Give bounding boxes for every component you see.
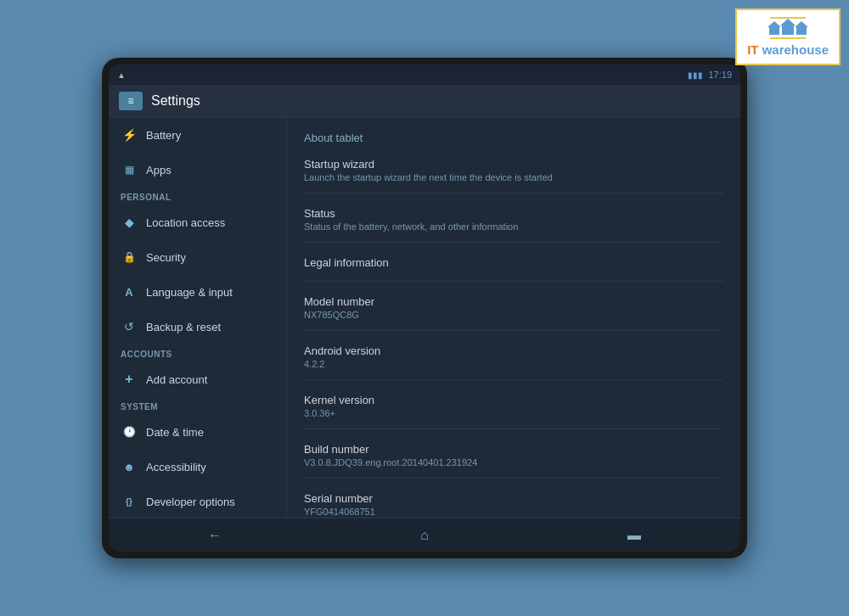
sidebar-label-developer: Developer options <box>146 496 235 508</box>
recents-icon: ▬ <box>627 528 641 543</box>
battery-menu-icon: ⚡ <box>121 126 138 143</box>
wifi-icon: ▲ <box>117 70 126 80</box>
section-header-accounts: ACCOUNTS <box>109 344 286 362</box>
info-label-android: Android version <box>304 344 723 357</box>
info-status[interactable]: Status Status of the battery, network, a… <box>304 207 723 243</box>
it-warehouse-logo: IT warehouse <box>735 8 841 65</box>
sidebar-label-backup: Backup & reset <box>146 321 221 333</box>
developer-icon: {} <box>121 493 138 510</box>
status-right: ▮▮▮ 17:19 <box>688 70 732 80</box>
sidebar-item-accessibility[interactable]: ☻ Accessibility <box>109 450 286 484</box>
info-label-model: Model number <box>304 295 723 308</box>
recents-button[interactable]: ▬ <box>610 521 658 550</box>
info-label-build: Build number <box>304 443 723 456</box>
main-content: ⚡ Battery ▦ Apps PERSONAL ◆ Location acc… <box>109 118 740 518</box>
info-desc-startup: Launch the startup wizard the next time … <box>304 172 723 182</box>
sidebar-label-battery: Battery <box>146 129 181 142</box>
settings-title: Settings <box>151 93 200 109</box>
house-icon-1 <box>769 26 779 35</box>
house-icon-3 <box>796 26 807 35</box>
logo-icon-row <box>769 17 807 39</box>
date-time-icon: 🕐 <box>121 423 138 440</box>
sidebar-item-security[interactable]: 🔒 Security <box>109 240 286 275</box>
tablet-frame: ▲ ▮▮▮ 17:19 ≡ Settings ⚡ Battery <box>102 58 747 558</box>
time-display: 17:19 <box>708 70 732 80</box>
info-kernel: Kernel version 3.0.36+ <box>304 394 723 429</box>
sidebar-item-language[interactable]: A Language & input <box>109 275 286 310</box>
right-panel: About tablet Startup wizard Launch the s… <box>287 118 740 518</box>
status-bar: ▲ ▮▮▮ 17:19 <box>109 64 740 85</box>
info-desc-serial: YFG0414068751 <box>304 507 723 517</box>
house-icon-2 <box>782 25 794 35</box>
sidebar-item-add-account[interactable]: + Add account <box>109 362 286 397</box>
settings-header: ≡ Settings <box>109 85 740 118</box>
battery-icon: ▮▮▮ <box>688 70 703 80</box>
back-icon: ← <box>208 528 222 543</box>
info-desc-kernel: 3.0.36+ <box>304 408 723 418</box>
status-left: ▲ <box>117 70 126 80</box>
sidebar-label-add-account: Add account <box>146 373 207 386</box>
sidebar-item-date-time[interactable]: 🕐 Date & time <box>109 415 286 450</box>
info-model: Model number NX785QC8G <box>304 295 723 331</box>
bottom-nav: ← ⌂ ▬ <box>109 518 740 552</box>
info-label-serial: Serial number <box>304 492 723 505</box>
logo-text: IT warehouse <box>747 42 829 57</box>
language-icon: A <box>121 283 138 300</box>
backup-icon: ↺ <box>121 318 138 335</box>
sidebar-label-security: Security <box>146 251 186 264</box>
sidebar-item-battery[interactable]: ⚡ Battery <box>109 118 286 153</box>
settings-icon: ≡ <box>127 95 133 107</box>
tablet-screen: ▲ ▮▮▮ 17:19 ≡ Settings ⚡ Battery <box>109 64 740 552</box>
info-label-legal: Legal information <box>304 256 723 269</box>
sidebar-item-backup[interactable]: ↺ Backup & reset <box>109 310 286 344</box>
sidebar-item-apps[interactable]: ▦ Apps <box>109 153 286 188</box>
add-account-icon: + <box>121 371 138 388</box>
info-serial: Serial number YFG0414068751 <box>304 492 723 518</box>
settings-icon-box: ≡ <box>119 92 143 110</box>
home-button[interactable]: ⌂ <box>403 521 446 550</box>
info-label-startup: Startup wizard <box>304 158 723 171</box>
info-build: Build number V3.0.8.JDQ39.eng.root.20140… <box>304 443 723 479</box>
sidebar-item-developer[interactable]: {} Developer options <box>109 484 286 518</box>
sidebar-label-apps: Apps <box>146 164 171 176</box>
sidebar-label-language: Language & input <box>146 286 233 299</box>
info-android: Android version 4.2.2 <box>304 344 723 380</box>
sidebar-label-accessibility: Accessibility <box>146 461 206 473</box>
sidebar-label-location: Location access <box>146 216 225 229</box>
section-header-system: SYSTEM <box>109 397 286 415</box>
info-desc-status: Status of the battery, network, and othe… <box>304 221 723 232</box>
sidebar-label-date-time: Date & time <box>146 426 204 439</box>
info-desc-build: V3.0.8.JDQ39.eng.root.20140401.231924 <box>304 457 723 468</box>
panel-title: About tablet <box>304 132 723 144</box>
info-desc-android: 4.2.2 <box>304 359 723 369</box>
sidebar-item-location[interactable]: ◆ Location access <box>109 205 286 240</box>
info-startup-wizard[interactable]: Startup wizard Launch the startup wizard… <box>304 158 723 193</box>
location-icon: ◆ <box>121 214 138 231</box>
security-icon: 🔒 <box>121 249 138 266</box>
info-label-status: Status <box>304 207 723 220</box>
accessibility-icon: ☻ <box>121 458 138 475</box>
home-icon: ⌂ <box>420 528 429 543</box>
info-label-kernel: Kernel version <box>304 394 723 406</box>
info-desc-model: NX785QC8G <box>304 310 723 320</box>
sidebar: ⚡ Battery ▦ Apps PERSONAL ◆ Location acc… <box>109 118 287 518</box>
info-legal[interactable]: Legal information <box>304 256 723 282</box>
apps-icon: ▦ <box>121 161 138 178</box>
section-header-personal: PERSONAL <box>109 188 286 205</box>
back-button[interactable]: ← <box>191 521 239 550</box>
